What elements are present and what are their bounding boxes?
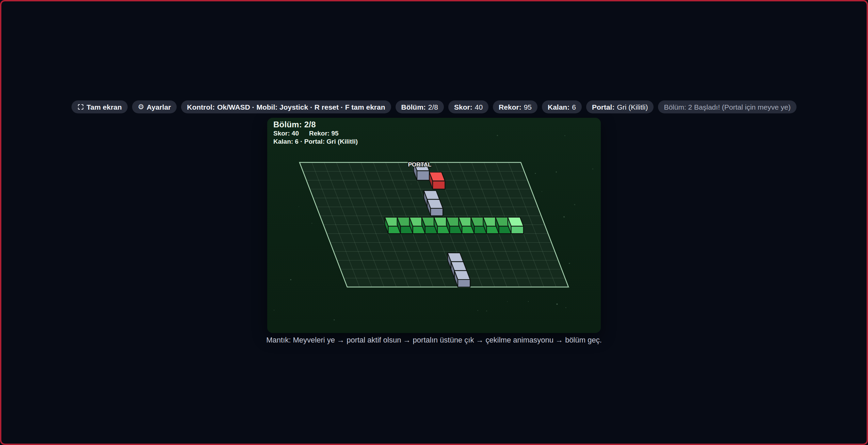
gear-icon: ⚙ bbox=[138, 103, 144, 110]
star-dot bbox=[564, 135, 565, 136]
level-label: Bölüm: bbox=[401, 104, 426, 111]
hud-score-line: Skor: 40 Rekor: 95 bbox=[273, 129, 358, 138]
star-dot bbox=[334, 319, 335, 320]
game-panel[interactable]: PORTAL Bölüm: 2/8 Skor: 40 Rekor: 95 Kal… bbox=[267, 118, 601, 333]
controls-value: Ok/WASD · Mobil: Joystick · R reset · F … bbox=[217, 104, 385, 111]
snake-head bbox=[508, 217, 524, 234]
record-value: 95 bbox=[524, 104, 532, 111]
star-dot bbox=[311, 223, 312, 224]
star-dot bbox=[497, 135, 498, 136]
fullscreen-button[interactable]: Tam ekran bbox=[71, 100, 128, 113]
hud-score: Skor: 40 bbox=[273, 129, 299, 138]
star-dot bbox=[565, 307, 566, 308]
game-scene: PORTAL bbox=[267, 118, 601, 333]
hud-level: Bölüm: 2/8 bbox=[273, 120, 358, 129]
portal-state-pill: Portal: Gri (Kilitli) bbox=[586, 100, 654, 113]
star-dot bbox=[535, 173, 536, 174]
hud: Bölüm: 2/8 Skor: 40 Rekor: 95 Kalan: 6 ·… bbox=[273, 120, 358, 146]
star-dot bbox=[557, 303, 558, 305]
fullscreen-label: Tam ekran bbox=[86, 104, 122, 111]
game-logic-caption: Mantık: Meyveleri ye → portal aktif olsu… bbox=[0, 336, 868, 345]
hud-record: Rekor: 95 bbox=[309, 129, 339, 138]
star-dot bbox=[528, 301, 529, 302]
status-message: Bölüm: 2 Başladı! (Portal için meyve ye) bbox=[664, 104, 790, 111]
star-dot bbox=[574, 204, 575, 205]
star-dot bbox=[299, 206, 299, 207]
score-label: Skor: bbox=[454, 104, 472, 111]
portal-state-value: Gri (Kilitli) bbox=[617, 104, 648, 111]
level-value: 2/8 bbox=[428, 104, 438, 111]
status-message-pill: Bölüm: 2 Başladı! (Portal için meyve ye) bbox=[658, 100, 796, 113]
controls-label: Kontrol: bbox=[187, 104, 215, 111]
score-pill: Skor: 40 bbox=[448, 100, 488, 113]
controls-info-pill: Kontrol: Ok/WASD · Mobil: Joystick · R r… bbox=[181, 100, 391, 113]
star-dot bbox=[542, 191, 542, 192]
star-dot bbox=[274, 310, 275, 311]
star-dot bbox=[556, 172, 557, 173]
hud-status: Kalan: 6 · Portal: Gri (Kilitli) bbox=[273, 138, 358, 146]
toolbar: Tam ekran ⚙ Ayarlar Kontrol: Ok/WASD · M… bbox=[0, 100, 868, 113]
star-dot bbox=[478, 310, 478, 311]
settings-button[interactable]: ⚙ Ayarlar bbox=[132, 100, 177, 113]
portal-state-label: Portal: bbox=[592, 104, 615, 111]
star-dot bbox=[592, 169, 593, 170]
obstacle-block bbox=[454, 271, 470, 287]
remaining-label: Kalan: bbox=[548, 104, 569, 111]
score-value: 40 bbox=[475, 104, 483, 111]
settings-label: Ayarlar bbox=[147, 104, 171, 111]
star-dot bbox=[290, 279, 291, 280]
record-pill: Rekor: 95 bbox=[493, 100, 537, 113]
star-dot bbox=[507, 301, 508, 302]
record-label: Rekor: bbox=[499, 104, 521, 111]
star-dot bbox=[569, 263, 570, 264]
portal-label: PORTAL bbox=[408, 161, 432, 168]
remaining-pill: Kalan: 6 bbox=[542, 100, 582, 113]
star-dot bbox=[563, 216, 565, 218]
fruit-block bbox=[429, 172, 445, 189]
star-dot bbox=[486, 311, 487, 312]
level-pill: Bölüm: 2/8 bbox=[396, 100, 444, 113]
fullscreen-icon bbox=[77, 104, 84, 110]
remaining-value: 6 bbox=[572, 104, 576, 111]
obstacle-block bbox=[427, 200, 443, 216]
